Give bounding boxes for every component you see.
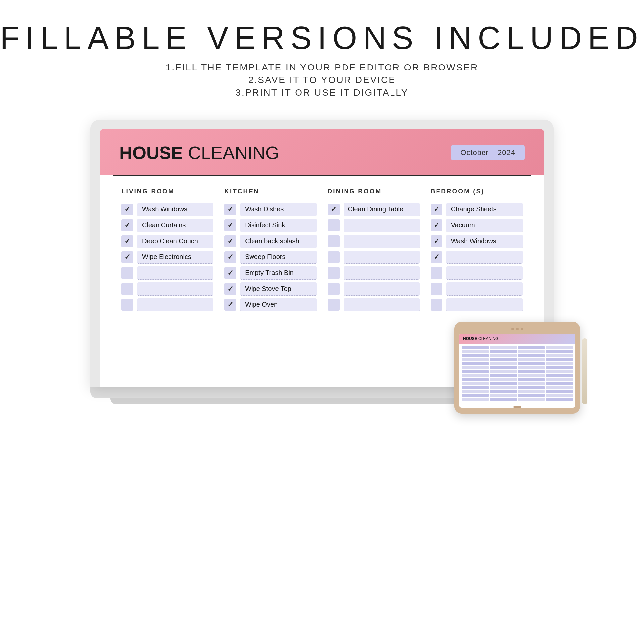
list-item: - <box>328 235 420 248</box>
tablet-cell <box>518 394 545 397</box>
tablet-row <box>462 366 573 369</box>
item-label: Wipe Stove Top <box>240 282 316 296</box>
item-label: - <box>344 219 420 232</box>
tablet-cell <box>462 394 489 397</box>
list-item: Wipe Stove Top <box>224 282 316 296</box>
tablet-cell <box>490 350 517 353</box>
tablet-row <box>462 394 573 397</box>
tablet-cell <box>518 350 545 353</box>
list-item: - <box>328 298 420 311</box>
tablet-row <box>462 398 573 401</box>
list-item: - <box>328 282 420 296</box>
tablet-body: HOUSE CLEANING <box>454 322 580 414</box>
item-label: Empty Trash Bin <box>240 266 316 280</box>
tablet-stylus <box>582 338 587 404</box>
checkbox[interactable] <box>121 267 133 279</box>
checkbox[interactable] <box>328 204 340 215</box>
list-item: Change Sheets <box>431 203 523 216</box>
tablet-cell <box>462 398 489 401</box>
tablet-cell <box>518 346 545 349</box>
tablet-cell <box>490 390 517 393</box>
checkbox[interactable] <box>224 219 236 231</box>
checkbox[interactable] <box>431 219 442 231</box>
checkbox[interactable] <box>431 267 442 279</box>
tablet-cell <box>462 358 489 361</box>
tablet-screen-header: HOUSE CLEANING <box>459 334 575 344</box>
checkbox[interactable] <box>224 267 236 279</box>
checkbox[interactable] <box>431 251 442 263</box>
screen-document-title: HOUSE CLEANING <box>119 142 279 163</box>
item-label: - <box>137 282 213 296</box>
checkbox[interactable] <box>121 251 133 263</box>
checkbox[interactable] <box>121 219 133 231</box>
col-kitchen: KITCHEN Wash Dishes Disinfect Sink Clean… <box>219 188 322 314</box>
tablet-cell <box>490 398 517 401</box>
checkbox[interactable] <box>121 299 133 311</box>
item-label: - <box>137 266 213 280</box>
tablet-row <box>462 386 573 389</box>
checkbox[interactable] <box>224 204 236 215</box>
tablet-cell <box>518 362 545 365</box>
tablet-mockup: HOUSE CLEANING <box>454 322 580 414</box>
tablet-row <box>462 362 573 365</box>
checkbox[interactable] <box>431 204 442 215</box>
checkbox[interactable] <box>431 283 442 295</box>
checkbox[interactable] <box>431 299 442 311</box>
checkbox[interactable] <box>121 204 133 215</box>
tablet-home-area <box>459 406 575 408</box>
col-header-dining-room: DINING ROOM <box>328 188 420 198</box>
tablet-title: HOUSE CLEANING <box>463 336 572 341</box>
list-item: - <box>328 266 420 280</box>
screen-header: HOUSE CLEANING October – 2024 <box>100 129 544 175</box>
item-label: - <box>446 298 523 311</box>
checkbox[interactable] <box>328 299 340 311</box>
checkbox[interactable] <box>224 283 236 295</box>
item-label: Sweep Floors <box>240 251 316 264</box>
item-label: Deep Clean Couch <box>137 235 213 248</box>
list-item: Clean back splash <box>224 235 316 248</box>
list-item: Wash Dishes <box>224 203 316 216</box>
checkbox[interactable] <box>224 235 236 247</box>
list-item: - <box>431 298 523 311</box>
tablet-cell <box>546 370 573 373</box>
checkbox[interactable] <box>328 219 340 231</box>
tablet-cell <box>546 386 573 389</box>
tablet-cell <box>490 370 517 373</box>
tablet-cell <box>518 390 545 393</box>
item-label: - <box>344 282 420 296</box>
checkbox[interactable] <box>328 283 340 295</box>
checkbox[interactable] <box>431 235 442 247</box>
item-label: - <box>446 266 523 280</box>
instruction-2: 2.SAVE IT TO YOUR DEVICE <box>0 75 644 85</box>
tablet-cell <box>490 362 517 365</box>
tablet-cell <box>518 378 545 381</box>
item-label: - <box>137 298 213 311</box>
tablet-camera-row <box>459 328 575 330</box>
tablet-cell <box>518 382 545 385</box>
col-header-kitchen: KITCHEN <box>224 188 316 198</box>
list-item: - <box>431 251 523 264</box>
tablet-cell <box>490 366 517 369</box>
checkbox[interactable] <box>328 251 340 263</box>
tablet-cell <box>546 358 573 361</box>
checkbox[interactable] <box>328 235 340 247</box>
list-item: - <box>121 298 213 311</box>
tablet-row <box>462 346 573 349</box>
checkbox[interactable] <box>121 235 133 247</box>
item-label: - <box>446 282 523 296</box>
tablet-cell <box>462 374 489 377</box>
checkbox[interactable] <box>328 267 340 279</box>
list-item: - <box>121 282 213 296</box>
checkbox[interactable] <box>121 283 133 295</box>
tablet-row <box>462 390 573 393</box>
date-badge: October – 2024 <box>451 145 525 160</box>
item-label: - <box>344 235 420 248</box>
instruction-3: 3.PRINT IT OR USE IT DIGITALLY <box>0 87 644 98</box>
checkbox[interactable] <box>224 251 236 263</box>
tablet-cell <box>546 362 573 365</box>
laptop-body: HOUSE CLEANING October – 2024 LIVING ROO… <box>90 120 554 387</box>
checkbox[interactable] <box>224 299 236 311</box>
tablet-cell <box>518 398 545 401</box>
item-label: - <box>344 298 420 311</box>
tablet-cell <box>546 390 573 393</box>
